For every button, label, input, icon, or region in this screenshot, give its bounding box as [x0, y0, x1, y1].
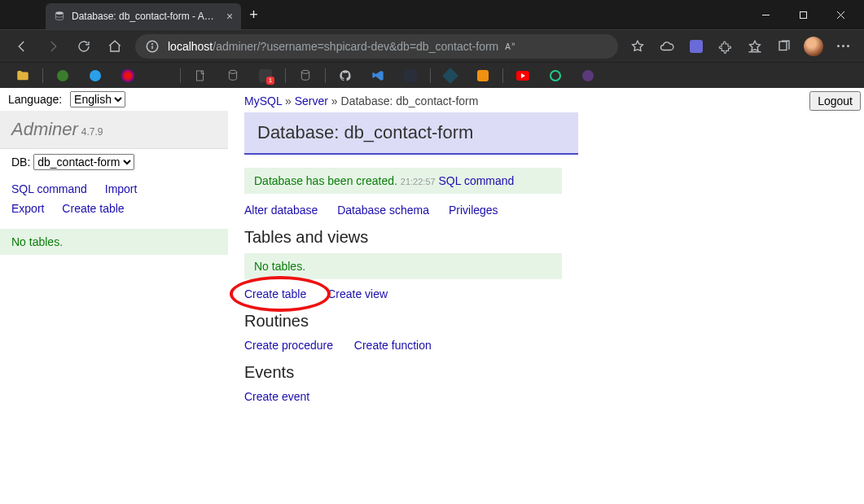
- create-event-link[interactable]: Create event: [244, 390, 309, 403]
- bm-dark-icon[interactable]: [401, 66, 420, 85]
- refresh-button[interactable]: [68, 33, 99, 60]
- no-tables-notice: No tables.: [244, 253, 562, 279]
- new-tab-button[interactable]: +: [249, 7, 258, 24]
- window-close-button[interactable]: [822, 0, 859, 29]
- svg-rect-10: [196, 71, 203, 81]
- database-schema-link[interactable]: Database schema: [337, 204, 429, 217]
- svg-point-12: [301, 70, 309, 73]
- sb-import-link[interactable]: Import: [105, 182, 138, 195]
- active-tab[interactable]: Database: db_contact-form - Ad… ×: [46, 3, 241, 29]
- url-field[interactable]: localhost/adminer/?username=shpicard-dev…: [135, 34, 618, 59]
- extension-cloud-icon[interactable]: [652, 33, 682, 60]
- back-button[interactable]: [7, 33, 37, 60]
- browser-address-bar: localhost/adminer/?username=shpicard-dev…: [0, 29, 864, 62]
- crumb-db-name: db_contact-form: [396, 94, 478, 107]
- db-select[interactable]: db_contact-form: [33, 154, 134, 170]
- language-select[interactable]: English: [70, 91, 125, 107]
- sb-export-link[interactable]: Export: [11, 202, 44, 215]
- bm-orange-icon[interactable]: [473, 66, 493, 85]
- svg-rect-9: [779, 42, 787, 50]
- tables-heading: Tables and views: [244, 228, 848, 247]
- logout-form: Logout: [809, 91, 861, 111]
- forward-button[interactable]: [37, 33, 68, 60]
- privileges-link[interactable]: Privileges: [449, 204, 498, 217]
- site-info-icon[interactable]: [145, 39, 160, 54]
- window-maximize-button[interactable]: [784, 0, 822, 29]
- db-label: DB:: [11, 156, 30, 169]
- bm-github-icon[interactable]: [336, 66, 355, 85]
- bm-green-circle-icon[interactable]: [53, 66, 72, 85]
- crumb-server[interactable]: Server: [295, 94, 328, 107]
- create-procedure-link[interactable]: Create procedure: [244, 339, 333, 352]
- svg-point-7: [152, 43, 153, 44]
- url-text: localhost/adminer/?username=shpicard-dev…: [168, 40, 498, 53]
- brand-version: 4.7.9: [81, 126, 103, 138]
- bm-hex-icon[interactable]: [441, 66, 460, 85]
- crumb-db-prefix: Database:: [341, 94, 397, 107]
- bm-vscode-icon[interactable]: [368, 66, 388, 85]
- bm-db-icon[interactable]: [223, 66, 243, 85]
- bm-red-badge-icon[interactable]: 1: [256, 66, 275, 85]
- profile-avatar[interactable]: [799, 33, 828, 60]
- window-minimize-button[interactable]: [747, 0, 784, 29]
- create-table-highlight: Create table: [244, 287, 324, 300]
- reader-mode-icon[interactable]: A»: [505, 40, 515, 51]
- alter-database-link[interactable]: Alter database: [244, 204, 318, 217]
- browser-tab-bar: Database: db_contact-form - Ad… × +: [0, 0, 864, 29]
- msg-sql-link[interactable]: SQL command: [439, 174, 515, 187]
- sb-no-tables: No tables.: [0, 229, 228, 255]
- bm-blank1-icon[interactable]: [151, 66, 170, 85]
- create-view-link[interactable]: Create view: [327, 287, 388, 300]
- routines-heading: Routines: [244, 312, 848, 331]
- breadcrumb: MySQL » Server » Database: db_contact-fo…: [244, 93, 848, 112]
- svg-point-0: [55, 11, 63, 14]
- sb-create-table-link[interactable]: Create table: [62, 202, 124, 215]
- main-content: Logout MySQL » Server » Database: db_con…: [228, 88, 864, 504]
- more-menu-button[interactable]: [828, 33, 857, 60]
- brand-name: Adminer: [11, 119, 78, 139]
- bm-purple-icon[interactable]: [578, 66, 598, 85]
- bm-youtube-icon[interactable]: [513, 66, 533, 85]
- msg-text: Database has been created.: [254, 174, 397, 187]
- language-label: Language:: [8, 93, 62, 106]
- bm-blue-circle-icon[interactable]: [86, 66, 105, 85]
- events-heading: Events: [244, 363, 848, 382]
- bookmark-folder-icon[interactable]: [13, 66, 33, 85]
- page-title: Database: db_contact-form: [257, 122, 565, 143]
- extensions-button[interactable]: [711, 33, 740, 60]
- favorite-button[interactable]: [623, 33, 652, 60]
- home-button[interactable]: [99, 33, 130, 60]
- create-table-link[interactable]: Create table: [244, 287, 306, 300]
- collections-button[interactable]: [770, 33, 799, 60]
- tab-title: Database: db_contact-form - Ad…: [72, 11, 218, 22]
- bookmarks-bar: 1: [0, 62, 864, 88]
- svg-point-11: [229, 70, 236, 73]
- bm-db2-icon[interactable]: [296, 66, 315, 85]
- bm-swirl-icon[interactable]: [118, 66, 138, 85]
- crumb-engine[interactable]: MySQL: [244, 94, 282, 107]
- extension-square-icon[interactable]: [682, 33, 711, 60]
- msg-time: 21:22:57: [401, 177, 436, 186]
- bm-page-icon[interactable]: [191, 66, 210, 85]
- favorites-list-button[interactable]: [740, 33, 770, 60]
- bm-green2-icon[interactable]: [546, 66, 565, 85]
- success-message: Database has been created. 21:22:57 SQL …: [244, 168, 562, 194]
- create-function-link[interactable]: Create function: [354, 339, 432, 352]
- logout-button[interactable]: Logout: [809, 91, 861, 111]
- tab-favicon-db-icon: [54, 11, 65, 22]
- tab-close-icon[interactable]: ×: [226, 11, 233, 22]
- svg-rect-2: [800, 11, 806, 18]
- sidebar: Language: English Adminer 4.7.9 DB: db_c…: [0, 88, 228, 504]
- sb-sql-command-link[interactable]: SQL command: [11, 182, 87, 195]
